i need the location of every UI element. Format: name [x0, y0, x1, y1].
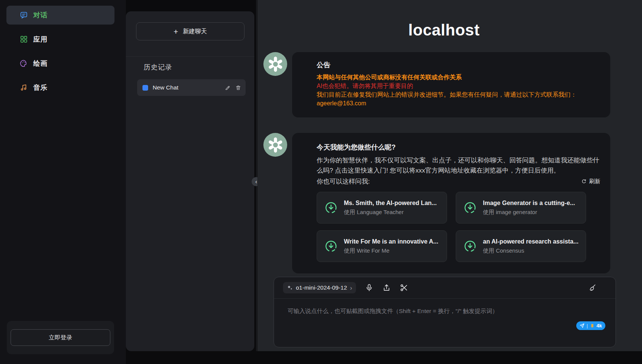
model-name: o1-mini-2024-09-12: [296, 284, 347, 291]
sidebar: 对话 应用 绘画 音乐 立即登录: [0, 0, 126, 364]
announcement-heading: 公告: [317, 60, 600, 69]
suggestion-title: Write For Me is an innovative A...: [344, 238, 438, 245]
ask-hint: 你也可以这样问我:: [317, 176, 370, 187]
login-card: 立即登录: [7, 321, 114, 354]
suggestion-subtitle: 使用 Write For Me: [344, 247, 438, 254]
conversation-color-dot: [142, 85, 148, 91]
scissors-icon[interactable]: [400, 284, 408, 292]
music-note-icon: [20, 83, 28, 92]
upload-icon[interactable]: [382, 284, 391, 292]
announcement-line: AI也会犯错。请勿将其用于重要目的: [317, 82, 600, 90]
suggestion-title: Image Generator is a cutting-e...: [483, 200, 575, 207]
send-button[interactable]: | 4k: [576, 321, 605, 330]
suggestion-card[interactable]: Write For Me is an innovative A... 使用 Wr…: [317, 230, 447, 262]
refresh-icon: [581, 179, 587, 184]
palette-icon: [20, 59, 28, 68]
send-separator: |: [586, 323, 588, 329]
suggestion-title: an AI-powered research assista...: [483, 238, 579, 245]
paper-plane-icon: [580, 323, 585, 328]
suggestion-card[interactable]: an AI-powered research assista... 使用 Con…: [456, 230, 586, 262]
welcome-body: 作为你的智慧伙伴，我不仅可以写文案、出点子，还可以和你聊天、回答问题。想知道我还…: [317, 155, 600, 176]
message-input[interactable]: [288, 304, 566, 327]
conversation-actions: [225, 85, 241, 91]
suggestion-subtitle: 使用 image generator: [483, 209, 575, 216]
composer: o1-mini-2024-09-12 ›: [274, 277, 616, 347]
message-row: 公告 本网站与任何其他公司或商标没有任何关联或合作关系 AI也会犯错。请勿将其用…: [263, 52, 610, 117]
chevron-right-icon: ›: [350, 285, 352, 291]
sidebar-item-chat[interactable]: 对话: [6, 6, 114, 25]
chat-area: localhost 公告 本网站与任何其他公司或商标没有任何关联或合作关系 AI…: [257, 0, 642, 351]
refresh-suggestions-button[interactable]: 刷新: [581, 178, 600, 185]
announcement-message: 公告 本网站与任何其他公司或商标没有任何关联或合作关系 AI也会犯错。请勿将其用…: [292, 52, 610, 117]
new-chat-button[interactable]: + 新建聊天: [136, 22, 244, 40]
conversation-item[interactable]: New Chat: [137, 79, 246, 96]
model-selector[interactable]: o1-mini-2024-09-12 ›: [283, 282, 356, 293]
download-circle-icon: [463, 201, 477, 215]
tokens-coin-icon: [590, 323, 595, 328]
announcement-line: 本网站与任何其他公司或商标没有任何关联或合作关系: [317, 73, 600, 82]
hint-row: 你也可以这样问我: 刷新: [317, 176, 600, 187]
sidebar-item-label: 对话: [33, 11, 48, 20]
assistant-avatar: [263, 133, 287, 157]
login-button[interactable]: 立即登录: [11, 329, 110, 346]
new-chat-label: 新建聊天: [183, 28, 207, 35]
openai-logo-icon: [267, 56, 284, 72]
page-title: localhost: [257, 21, 631, 39]
sidebar-item-label: 音乐: [33, 83, 48, 92]
chat-bubble-icon: [20, 11, 28, 19]
sidebar-item-paint[interactable]: 绘画: [6, 54, 114, 73]
sidebar-item-label: 应用: [33, 35, 48, 44]
download-circle-icon: [324, 239, 338, 253]
send-token-badge: 4k: [597, 323, 602, 329]
download-circle-icon: [463, 239, 477, 253]
announcement-line: 我们目前正在修复我们网站上的错误并改进细节。如果您有任何疑问，请通过以下方式联系…: [317, 90, 600, 99]
suggestion-cards: Ms. Smith, the AI-powered Lan... 使用 Lang…: [317, 192, 600, 262]
openai-logo-icon: [267, 137, 284, 153]
list-divider: [126, 56, 254, 57]
assistant-avatar: [263, 52, 287, 76]
microphone-icon[interactable]: [365, 284, 373, 292]
suggestion-subtitle: 使用 Language Teacher: [344, 209, 437, 216]
sidebar-item-label: 绘画: [33, 59, 48, 68]
sparkles-icon: [287, 285, 293, 291]
sidebar-item-apps[interactable]: 应用: [6, 30, 114, 49]
suggestion-subtitle: 使用 Consensus: [483, 247, 579, 254]
apps-grid-icon: [20, 35, 28, 43]
composer-body: | 4k: [274, 299, 616, 347]
app-window: 对话 应用 绘画 音乐 立即登录: [0, 0, 642, 364]
welcome-message: 今天我能为您做些什么呢? 作为你的智慧伙伴，我不仅可以写文案、出点子，还可以和你…: [292, 133, 610, 273]
edit-icon[interactable]: [225, 85, 231, 91]
plus-icon: +: [173, 28, 178, 35]
broom-icon[interactable]: [588, 284, 597, 292]
sidebar-item-music[interactable]: 音乐: [6, 78, 114, 97]
message-row: 今天我能为您做些什么呢? 作为你的智慧伙伴，我不仅可以写文案、出点子，还可以和你…: [263, 133, 610, 273]
sidebar-nav: 对话 应用 绘画 音乐: [6, 6, 114, 102]
conversation-title: New Chat: [153, 84, 225, 91]
suggestion-title: Ms. Smith, the AI-powered Lan...: [344, 200, 437, 207]
composer-toolbar: o1-mini-2024-09-12 ›: [274, 277, 616, 299]
suggestion-card[interactable]: Ms. Smith, the AI-powered Lan... 使用 Lang…: [317, 192, 447, 224]
delete-icon[interactable]: [235, 85, 241, 91]
welcome-heading: 今天我能为您做些什么呢?: [317, 143, 600, 152]
panel-divider: [256, 0, 257, 351]
history-heading: 历史记录: [144, 63, 172, 72]
download-circle-icon: [324, 201, 338, 215]
conversation-panel: + 新建聊天 历史记录 New Chat: [126, 11, 254, 351]
suggestion-card[interactable]: Image Generator is a cutting-e... 使用 ima…: [456, 192, 586, 224]
announcement-contact-email: ageerle@163.com: [317, 99, 600, 108]
